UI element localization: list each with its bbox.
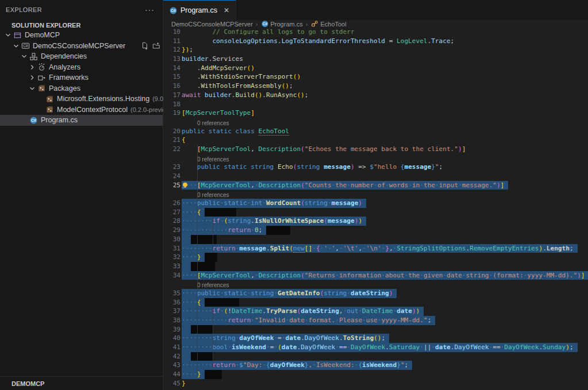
breadcrumb-item-program-cs[interactable]: C#Program.cs	[261, 20, 303, 28]
code-line-17[interactable]: 17await builder.Build().RunAsync();	[163, 91, 588, 100]
line-number[interactable]: 42	[163, 352, 180, 361]
line-number[interactable]: 20	[163, 127, 180, 136]
line-number[interactable]: 22	[163, 145, 180, 154]
chevron-right-icon[interactable]	[28, 63, 37, 72]
line-number[interactable]: 35	[163, 289, 180, 298]
tree-item-analyzers[interactable]: Analyzers	[0, 62, 163, 73]
line-number[interactable]: 23	[163, 163, 180, 172]
line-number[interactable]: 31	[163, 244, 180, 253]
tree-item-packages[interactable]: Packages	[0, 83, 163, 94]
tree-item-microsoft-extensions-hosting[interactable]: Microsoft.Extensions.Hosting(9.0.5)	[0, 94, 163, 105]
code-line-27[interactable]: 27····{	[163, 208, 588, 217]
line-number[interactable]: 37	[163, 307, 180, 316]
code-line-18[interactable]: 18	[163, 100, 588, 109]
code-line-23[interactable]: 23 public static string Echo(string mess…	[163, 163, 588, 172]
line-number[interactable]	[163, 190, 180, 199]
code-line-37[interactable]: 37········if·(!DateTime.TryParse(dateStr…	[163, 307, 588, 316]
line-number[interactable]: 40	[163, 334, 180, 343]
code-line-14[interactable]: 14 .AddMcpServer()	[163, 64, 588, 73]
line-number[interactable]: 19	[163, 109, 180, 118]
line-number[interactable]: 43	[163, 361, 180, 370]
demomcp-section-header[interactable]: DEMOMCP	[0, 376, 163, 390]
code-line-26[interactable]: 26····public·static·int·WordCount(string…	[163, 199, 588, 208]
tree-item-demomcp[interactable]: DemoMCP	[0, 30, 163, 41]
chevron-down-icon[interactable]	[11, 41, 21, 51]
code-line-19[interactable]: 19[McpServerToolType]	[163, 109, 588, 118]
code-line-30[interactable]: 30	[163, 235, 588, 244]
code-line-34[interactable]: 34····[McpServerTool,·Description("Retur…	[163, 271, 588, 280]
line-number[interactable]: 12	[163, 45, 180, 55]
code-line-40[interactable]: 40········string·dayOfWeek·=·date.DayOfW…	[163, 334, 588, 343]
code-line-32[interactable]: 32····}	[163, 253, 588, 262]
line-number[interactable]: 30	[163, 235, 180, 244]
line-number[interactable]: 15	[163, 72, 180, 82]
chevron-down-icon[interactable]	[28, 84, 37, 93]
line-number[interactable]	[163, 154, 180, 163]
tree-item-democsconsolemcpserver[interactable]: C#DemoCSConsoleMCPServer	[0, 41, 163, 52]
line-number[interactable]: 39	[163, 325, 180, 334]
line-number[interactable]: 44	[163, 370, 180, 379]
tree-item-program-cs[interactable]: C#Program.cs	[0, 115, 163, 126]
code-line-21[interactable]: 21{	[163, 136, 588, 145]
solution-explorer-section-header[interactable]: SOLUTION EXPLORER	[0, 20, 163, 30]
line-number[interactable]: 33	[163, 262, 180, 271]
line-number[interactable]: 21	[163, 136, 180, 145]
line-number[interactable]: 17	[163, 91, 180, 100]
line-number[interactable]: 32	[163, 253, 180, 262]
line-number[interactable]: 29	[163, 226, 180, 235]
line-number[interactable]: 24	[163, 172, 180, 181]
line-number[interactable]: 11	[163, 37, 180, 46]
code-line-11[interactable]: 11 consoleLogOptions.LogToStandardErrorT…	[163, 37, 588, 46]
code-line-31[interactable]: 31········return·message.Split(new[]·{·'…	[163, 244, 588, 253]
tree-item-frameworks[interactable]: Frameworks	[0, 72, 163, 83]
code-line-25[interactable]: 25····[McpServerTool,·Description("Count…	[163, 181, 588, 190]
code-line-44[interactable]: 44····}	[163, 370, 588, 379]
new-folder-icon[interactable]	[151, 41, 162, 51]
code-line-39[interactable]: 39	[163, 325, 588, 334]
line-number[interactable]: 41	[163, 343, 180, 352]
code-line-42[interactable]: 42	[163, 352, 588, 361]
chevron-right-icon[interactable]	[28, 73, 37, 82]
code-line-35[interactable]: 35····public·static·string·GetDateInfo(s…	[163, 289, 588, 298]
code-line-20[interactable]: 20public static class EchoTool	[163, 127, 588, 136]
line-number[interactable]: 28	[163, 217, 180, 226]
close-icon[interactable]: ✕	[222, 6, 231, 15]
code-line-38[interactable]: 38············return·"Invalid·date·forma…	[163, 316, 588, 325]
code-line-41[interactable]: 41········bool·isWeekend·=·(date.DayOfWe…	[163, 343, 588, 352]
tab-program-cs[interactable]: C# Program.cs ✕	[163, 0, 236, 20]
line-number[interactable]: 45	[163, 379, 180, 388]
breadcrumb-item-echotool[interactable]: EchoTool	[310, 20, 346, 28]
line-number[interactable]: 16	[163, 82, 180, 91]
line-number[interactable]: 14	[163, 64, 180, 73]
tree-item-dependencies[interactable]: Dependencies	[0, 51, 163, 62]
chevron-down-icon[interactable]	[20, 52, 29, 61]
code-line-13[interactable]: 13builder.Services	[163, 55, 588, 64]
code-line-36[interactable]: 36····{	[163, 298, 588, 307]
line-number[interactable]: 38	[163, 316, 180, 325]
chevron-down-icon[interactable]	[3, 30, 13, 40]
code-line-16[interactable]: 16 .WithToolsFromAssembly();	[163, 82, 588, 91]
line-number[interactable]: 34	[163, 271, 180, 280]
line-number[interactable]: 26	[163, 199, 180, 208]
code-line-33[interactable]: 33	[163, 262, 588, 271]
line-number[interactable]: 36	[163, 298, 180, 307]
line-number[interactable]: 13	[163, 55, 180, 64]
code-line-43[interactable]: 43········return·$"Day:·{dayOfWeek},·IsW…	[163, 361, 588, 370]
breadcrumb-item-democsconsolemcpserver[interactable]: DemoCSConsoleMCPServer	[171, 21, 253, 28]
line-number[interactable]	[163, 118, 180, 127]
code-line-22[interactable]: 22 [McpServerTool, Description("Echoes t…	[163, 145, 588, 154]
line-number[interactable]	[163, 280, 180, 289]
code-line-29[interactable]: 29············return·0;	[163, 226, 588, 235]
code-line-28[interactable]: 28········if·(string.IsNullOrWhiteSpace(…	[163, 217, 588, 226]
more-actions-icon[interactable]: ···	[143, 5, 157, 14]
tree-item-modelcontextprotocol[interactable]: ModelContextProtocol(0.2.0-preview.1)	[0, 105, 163, 115]
line-number[interactable]: 27	[163, 208, 180, 217]
code-line-24[interactable]: 24	[163, 172, 588, 181]
line-number[interactable]: 18	[163, 100, 180, 109]
code-line-15[interactable]: 15 .WithStdioServerTransport()	[163, 72, 588, 82]
lightbulb-icon[interactable]	[181, 182, 189, 190]
line-number[interactable]: 10	[163, 28, 180, 37]
code-line-10[interactable]: 10 // Configure all logs to go to stderr	[163, 28, 588, 37]
line-number[interactable]: 25	[163, 181, 180, 190]
code-editor[interactable]: 10 // Configure all logs to go to stderr…	[163, 28, 588, 390]
